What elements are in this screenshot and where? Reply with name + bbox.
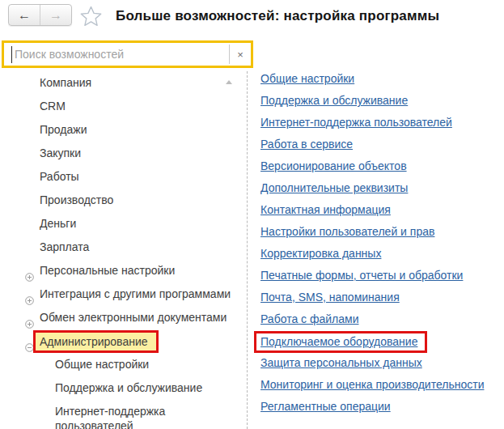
list-item: Работа с файлами <box>260 308 484 330</box>
link-internet-support[interactable]: Интернет-поддержка пользователей <box>260 116 452 129</box>
list-item: Версионирование объектов <box>260 155 484 177</box>
link-general-settings[interactable]: Общие настройки <box>260 72 354 85</box>
expand-plus-icon[interactable] <box>25 266 34 275</box>
category-item-purchases[interactable]: Закупки <box>0 142 246 165</box>
category-label: Деньги <box>40 217 76 230</box>
category-item-crm[interactable]: CRM <box>0 95 246 118</box>
list-item: Настройки пользователей и прав <box>260 221 484 243</box>
category-item-internet-support[interactable]: Интернет-поддержка пользователей <box>0 400 202 429</box>
link-support-maintenance[interactable]: Поддержка и обслуживание <box>260 94 408 107</box>
list-item: Интернет-поддержка пользователей <box>260 112 484 134</box>
category-item-integration[interactable]: Интеграция с другими программами <box>0 282 246 306</box>
link-personal-data-protection[interactable]: Защита персональных данных <box>260 356 422 369</box>
link-service-work[interactable]: Работа в сервисе <box>260 138 353 151</box>
history-nav-group: ← → <box>8 4 72 26</box>
program-settings-window: ← → Больше возможностей: настройка прогр… <box>0 0 504 429</box>
scroll-up-icon[interactable] <box>226 80 232 84</box>
category-item-salary[interactable]: Зарплата <box>0 236 246 259</box>
search-input[interactable] <box>12 43 229 66</box>
category-item-works[interactable]: Работы <box>0 165 246 189</box>
category-tree: Компания CRM Продажи Закупки Работы Прои… <box>0 71 246 429</box>
link-file-management[interactable]: Работа с файлами <box>260 312 359 325</box>
list-item: Регламентные операции <box>260 396 484 418</box>
expand-plus-icon[interactable] <box>25 313 34 322</box>
close-icon: × <box>237 49 244 61</box>
settings-links-list: Общие настройки Поддержка и обслуживание… <box>260 68 484 418</box>
category-label: Интеграция с другими программами <box>40 287 231 300</box>
category-label: Интернет-поддержка пользователей <box>55 405 165 429</box>
link-performance-monitoring[interactable]: Мониторинг и оценка производительности <box>260 378 484 391</box>
category-item-company[interactable]: Компания <box>0 71 246 95</box>
category-label: CRM <box>40 100 66 113</box>
list-item: Корректировка данных <box>260 243 484 265</box>
list-item: Подключаемое оборудование <box>260 330 484 352</box>
category-item-support-maintenance[interactable]: Поддержка и обслуживание <box>0 376 246 400</box>
category-label: Администрирование <box>40 335 148 348</box>
link-users-rights-settings[interactable]: Настройки пользователей и прав <box>260 225 434 238</box>
list-item: Мониторинг и оценка производительности <box>260 374 484 396</box>
category-label: Зарплата <box>40 240 89 253</box>
list-item: Печатные формы, отчеты и обработки <box>260 265 484 287</box>
category-label: Производство <box>40 193 113 206</box>
list-item: Защита персональных данных <box>260 352 484 374</box>
list-item: Дополнительные реквизиты <box>260 177 484 199</box>
category-item-general-settings[interactable]: Общие настройки <box>0 353 246 376</box>
highlight-rectangle: Подключаемое оборудование <box>254 331 427 353</box>
search-field[interactable]: × <box>2 40 253 68</box>
list-item: Почта, SMS, напоминания <box>260 287 484 308</box>
category-item-administration[interactable]: Администрирование <box>0 329 246 353</box>
category-item-edi-exchange[interactable]: Обмен электронными документами <box>0 306 246 329</box>
back-button[interactable]: ← <box>9 5 40 25</box>
forward-arrow-icon: → <box>49 8 62 23</box>
category-label: Общие настройки <box>55 358 149 371</box>
forward-button[interactable]: → <box>40 5 71 25</box>
category-item-personal-settings[interactable]: Персональные настройки <box>0 259 246 282</box>
favorites-star-icon[interactable] <box>80 6 102 27</box>
list-item: Поддержка и обслуживание <box>260 90 484 112</box>
clear-search-button[interactable]: × <box>230 49 251 61</box>
list-item: Контактная информация <box>260 199 484 221</box>
link-connected-equipment[interactable]: Подключаемое оборудование <box>260 335 417 348</box>
category-label: Закупки <box>40 147 81 159</box>
link-object-versioning[interactable]: Версионирование объектов <box>260 159 407 172</box>
category-item-sales[interactable]: Продажи <box>0 118 246 142</box>
panel-divider <box>247 71 248 429</box>
page-title: Больше возможностей: настройка программы <box>116 8 439 24</box>
category-label: Работы <box>40 170 79 183</box>
link-mail-sms-reminders[interactable]: Почта, SMS, напоминания <box>260 291 400 304</box>
category-label: Персональные настройки <box>40 264 175 277</box>
highlight-rectangle: Администрирование <box>33 330 159 353</box>
link-print-forms-reports[interactable]: Печатные формы, отчеты и обработки <box>260 269 463 282</box>
list-item: Работа в сервисе <box>260 134 484 155</box>
category-item-production[interactable]: Производство <box>0 189 246 212</box>
link-data-correction[interactable]: Корректировка данных <box>260 247 381 260</box>
link-scheduled-operations[interactable]: Регламентные операции <box>260 400 391 413</box>
list-item: Общие настройки <box>260 68 484 90</box>
back-arrow-icon: ← <box>18 8 31 23</box>
link-contact-information[interactable]: Контактная информация <box>260 203 391 216</box>
link-additional-attributes[interactable]: Дополнительные реквизиты <box>260 181 408 194</box>
category-label: Компания <box>40 76 91 89</box>
expand-plus-icon[interactable] <box>25 290 34 299</box>
category-label: Обмен электронными документами <box>40 311 227 324</box>
category-label: Поддержка и обслуживание <box>55 381 202 394</box>
category-item-money[interactable]: Деньги <box>0 212 246 236</box>
category-label: Продажи <box>40 123 87 136</box>
